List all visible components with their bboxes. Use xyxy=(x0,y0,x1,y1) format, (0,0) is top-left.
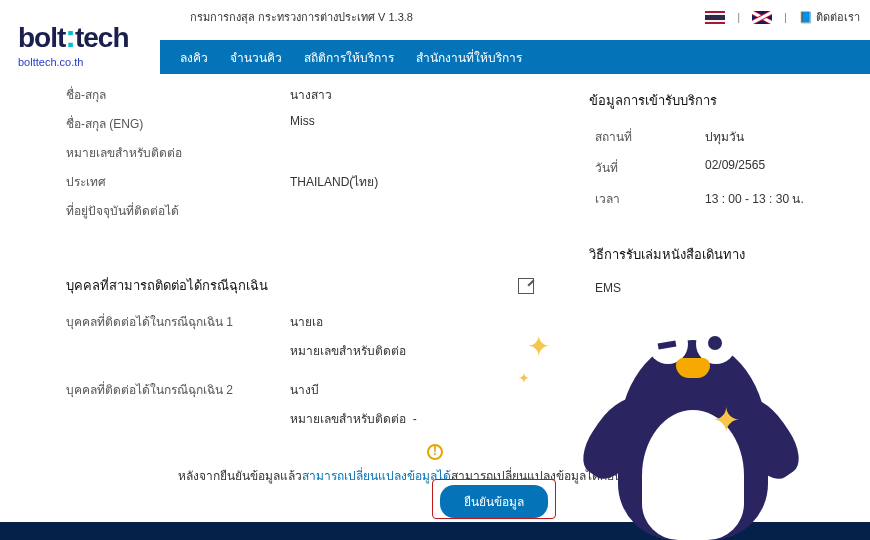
label-prefix-en: ชื่อ-สกุล (ENG) xyxy=(40,114,290,133)
label-prefix: ชื่อ-สกุล xyxy=(40,85,290,104)
label-ec1: บุคคลที่ติดต่อได้ในกรณีฉุกเฉิน 1 xyxy=(40,312,290,331)
edit-icon[interactable] xyxy=(518,278,534,294)
service-info-title: ข้อมูลการเข้ารับบริการ xyxy=(575,80,850,121)
divider: | xyxy=(784,11,787,23)
label-date: วันที่ xyxy=(595,158,705,177)
receive-title: วิธีการรับเล่มหนังสือเดินทาง xyxy=(575,234,850,275)
value-ec2-phone: - xyxy=(413,412,417,426)
nav-item-stats[interactable]: สถิติการให้บริการ xyxy=(304,48,394,67)
value-ec1-name: นายเอ xyxy=(290,312,323,331)
value-ec2-name: นางบี xyxy=(290,380,319,399)
value-country: THAILAND(ไทย) xyxy=(290,172,378,191)
value-prefix: นางสาว xyxy=(290,85,332,104)
divider: | xyxy=(737,11,740,23)
footer xyxy=(0,522,870,540)
app-title: กรมการกงสุล กระทรวงการต่างประเทศ V 1.3.8 xyxy=(190,8,413,26)
notice: หลังจากยืนยันข้อมูลแล้วสามารถเปลี่ยนแปลง… xyxy=(50,444,820,485)
label-ec2: บุคคลที่ติดต่อได้ในกรณีฉุกเฉิน 2 xyxy=(40,380,290,399)
label-address: ที่อยู่ปัจจุบันที่ติดต่อได้ xyxy=(40,201,290,220)
value-ec1-phone-label: หมายเลขสำหรับติดต่อ xyxy=(290,341,406,360)
brand-sub: bolttech.co.th xyxy=(18,56,83,68)
nav-item-offices[interactable]: สำนักงานที่ให้บริการ xyxy=(416,48,522,67)
value-place: ปทุมวัน xyxy=(705,127,744,146)
value-prefix-en: Miss xyxy=(290,114,315,133)
value-date: 02/09/2565 xyxy=(705,158,765,177)
label-country: ประเทศ xyxy=(40,172,290,191)
facebook-link[interactable]: 📘 ติดต่อเรา xyxy=(799,8,860,26)
flag-uk-icon[interactable] xyxy=(752,11,772,24)
nav-item-queue[interactable]: ลงคิว xyxy=(180,48,208,67)
confirm-button[interactable]: ยืนยันข้อมูล xyxy=(440,485,548,518)
navbar: ลงคิว จำนวนคิว สถิติการให้บริการ สำนักงา… xyxy=(160,40,870,74)
brand-logo: bolt:tech xyxy=(18,18,129,55)
flag-th-icon[interactable] xyxy=(705,11,725,24)
warning-icon xyxy=(427,444,443,460)
receive-method: EMS xyxy=(595,281,621,295)
notice-link[interactable]: สามารถเปลี่ยนแปลงข้อมูลได้ xyxy=(302,469,451,483)
label-phone: หมายเลขสำหรับติดต่อ xyxy=(40,143,290,162)
label-time: เวลา xyxy=(595,189,705,208)
nav-item-count[interactable]: จำนวนคิว xyxy=(230,48,282,67)
value-time: 13 : 00 - 13 : 30 น. xyxy=(705,189,804,208)
emergency-title: บุคคลที่สามารถติดต่อได้กรณีฉุกเฉิน xyxy=(66,275,268,296)
value-ec2-phone-label: หมายเลขสำหรับติดต่อ xyxy=(290,412,406,426)
label-place: สถานที่ xyxy=(595,127,705,146)
